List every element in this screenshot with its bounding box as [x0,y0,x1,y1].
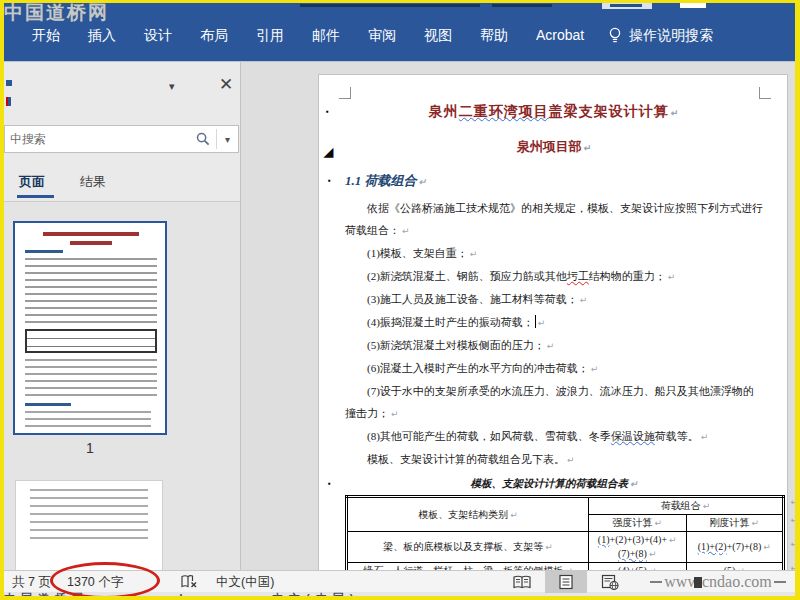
spellcheck-flagged-text: (1) [598,534,610,545]
table-subheader: 刚度计算↵ [686,515,784,532]
table-cell-rigidity: (5)↵ [686,563,784,571]
tell-me-search[interactable]: 操作说明搜索 [598,27,713,45]
outline-bullet: ▪ [328,475,331,493]
paragraph-mark: ↵ [580,295,588,305]
text-run: (3)施工人员及施工设备、施工材料等荷载； [367,293,578,305]
sign-in-label-fragment [610,4,642,7]
watermark-dash [774,581,786,583]
paragraph-mark: ↵ [591,364,599,374]
nav-options-chevron-icon[interactable]: ▾ [169,80,175,93]
table-header-category: 模板、支架结构类别↵ [347,497,589,532]
thumb-text-lines [30,489,148,545]
table-row: 缘石、人行道、栏杆、柱、梁、板等的侧模板↵(4)+(5)↵(5)↵ [347,563,784,571]
ribbon-tab[interactable]: 开始 [18,18,74,54]
paragraph-mark: ↵ [538,318,546,328]
outline-bullet: ▪ [328,169,331,193]
status-language[interactable]: 中文(中国) [216,574,274,591]
paragraph-mark: ↵ [584,143,592,153]
ribbon-tab[interactable]: 设计 [130,18,186,54]
text-run: (5)新浇筑混凝土对模板侧面的压力； [367,339,545,351]
text-run: (4)振捣混凝土时产生的振动荷载； [367,316,534,328]
thumb-subtitle-line [70,241,112,245]
text-run: 泉州项目部 [517,139,582,154]
nav-tabs: 页面 结果 [4,165,240,201]
body-paragraph: 依据《公路桥涵施工技术规范》的相关规定，模板、支架设计应按照下列方式进行荷载组合… [345,197,763,242]
ribbon-tab[interactable]: 视图 [410,18,466,54]
text-run: +(7)+(8) [727,541,762,552]
search-icon[interactable] [190,132,216,146]
thumb-title-line [43,232,139,236]
spellcheck-flagged-text: (7)+(8) [618,548,647,559]
paragraph-mark: ↵ [790,515,795,525]
paragraph-mark: ↵ [790,497,795,507]
paragraph-mark: ↵ [790,563,795,571]
sign-in-button[interactable] [602,3,652,9]
paragraph-mark: ↵ [567,455,575,465]
page-thumbnail-1[interactable] [13,221,167,435]
nav-tab-results[interactable]: 结果 [80,173,106,191]
ribbon-tab[interactable]: 插入 [74,18,130,54]
body-paragraph: (1)模板、支架自重；↵ [345,242,763,265]
table-cell-strength: (4)+(5)↵ [589,563,687,571]
paragraph-mark: ↵ [763,542,771,552]
status-bar: 共 7 页 1370 个字 中文(中国) www.cndao.com [4,570,795,592]
ribbon-tab[interactable]: 帮助 [466,18,522,54]
paragraph-mark: ↵ [402,226,410,236]
thumb-text-lines [25,411,151,429]
text-run: +(2)+(3)+(4)+ [610,534,668,545]
body-paragraph: (8)其他可能产生的荷载，如风荷载、雪荷载、冬季保温设施荷载等。↵ [345,425,763,448]
document-area: ▪泉州二重环湾项目盖梁支架设计计算↵◢泉州项目部↵▪1.1 荷载组合↵依据《公路… [242,62,795,570]
table-cell-strength: (1)+(2)+(3)+(4)+↵(7)+(8)↵ [589,532,687,563]
proofing-errors-icon[interactable] [180,574,198,592]
paragraph-mark: ↵ [547,341,555,351]
text-run: 盖梁支架设计计算 [549,104,669,119]
table-cell-rigidity: (1)+(2)+(7)+(8)↵ [686,532,784,563]
body-paragraph: (4)振捣混凝土时产生的振动荷载；↵ [345,311,763,334]
text-run: (1)模板、支架自重； [367,247,468,259]
ribbon-tab[interactable]: 审阅 [354,18,410,54]
nav-title-fragment [6,80,12,86]
status-word-count[interactable]: 1370 个字 [67,574,123,591]
lightbulb-icon [608,27,622,45]
nav-tab-pages[interactable]: 页面 [19,173,45,191]
page-thumbnail-2[interactable] [15,480,163,570]
document-title: ▪泉州二重环湾项目盖梁支架设计计算↵ [345,99,763,126]
watermark-logo-block [694,577,702,588]
paragraph-mark: ↵ [751,518,759,528]
load-combination-table-grid: 模板、支架结构类别↵荷载组合↵强度计算↵刚度计算↵梁、板的底模板以及支撑板、支架… [345,495,785,570]
paragraph-mark: ↵ [470,249,478,259]
margin-crop-mark [339,87,351,99]
text-run: (8)其他可能产生的荷载，如风荷载、雪荷载、冬季 [367,430,611,442]
paragraph-mark: ↵ [790,539,795,549]
ribbon-tab[interactable]: 引用 [242,18,298,54]
document-page[interactable]: ▪泉州二重环湾项目盖梁支架设计计算↵◢泉州项目部↵▪1.1 荷载组合↵依据《公路… [318,74,788,570]
search-dropdown-chevron-icon[interactable]: ▾ [217,134,238,145]
load-combination-table[interactable]: 模板、支架结构类别↵荷载组合↵强度计算↵刚度计算↵梁、板的底模板以及支撑板、支架… [345,495,785,570]
word-window: 开始插入设计布局引用邮件审阅视图帮助Acrobat 操作说明搜索 中国道桥网 ▾… [4,3,795,596]
ribbon-tab[interactable]: 布局 [186,18,242,54]
print-layout-button[interactable] [545,571,587,593]
nav-close-icon[interactable]: ✕ [219,74,233,95]
paragraph-mark: ↵ [701,432,709,442]
text-run: (7)设于水中的支架所承受的水流压力、波浪力、流冰压力、船只及其他漂浮物的撞击力… [345,385,754,419]
web-layout-button[interactable] [589,571,631,593]
read-mode-button[interactable] [501,571,543,593]
spellcheck-flagged-text: 圬工 [567,270,589,282]
paragraph-mark: ↵ [703,501,711,511]
body-paragraph: (2)新浇筑混凝土、钢筋、预应力筋或其他圬工结构物的重力；↵ [345,265,763,288]
text-run: (2)新浇筑混凝土、钢筋、预应力筋或其他 [367,270,567,282]
ribbon-tab[interactable]: Acrobat [522,18,598,54]
text-run: 结构物的重力； [589,270,666,282]
text-run: 模板、支架设计计算的荷载组合见下表。 [367,453,565,465]
title-bar [4,3,795,10]
body-paragraph: 模板、支架设计计算的荷载组合见下表。↵ [345,448,763,471]
ribbon-tab[interactable]: 邮件 [298,18,354,54]
ribbon-collapse-button[interactable] [680,3,706,8]
object-anchor-icon: ◢ [324,139,333,165]
nav-search-input[interactable] [5,132,190,146]
text-run: 荷载组合 [661,500,701,511]
paragraph-mark: ↵ [510,510,518,520]
nav-search-box[interactable]: ▾ [4,125,239,153]
screenshot-frame: 开始插入设计布局引用邮件审阅视图帮助Acrobat 操作说明搜索 中国道桥网 ▾… [0,0,800,600]
status-page-count[interactable]: 共 7 页 [12,574,51,591]
